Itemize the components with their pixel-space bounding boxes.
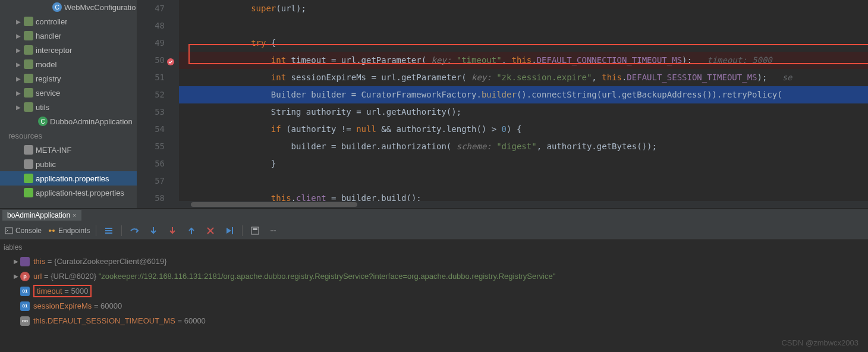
code-line[interactable]: int sessionExpireMs = url.getParameter( … <box>179 69 868 86</box>
line-number[interactable]: 58 <box>137 190 165 201</box>
tree-item[interactable]: public <box>0 157 137 171</box>
tree-item[interactable]: ▶service <box>0 86 137 100</box>
line-number[interactable]: 49 <box>137 34 165 52</box>
tree-item-label: interceptor <box>36 46 72 55</box>
step-over-icon[interactable] <box>128 224 141 237</box>
expand-arrow-icon[interactable]: ▶ <box>15 33 21 39</box>
code-line[interactable]: try { <box>179 34 868 52</box>
expand-arrow-icon[interactable]: ▶ <box>15 104 21 111</box>
expand-arrow-icon[interactable]: ▶ <box>15 76 21 82</box>
pkg-icon <box>24 45 33 55</box>
svg-rect-8 <box>251 227 259 234</box>
variable-row[interactable]: ▶this = {CuratorZookeeperClient@6019} <box>4 254 864 269</box>
expand-arrow-icon[interactable]: ▶ <box>15 47 21 54</box>
prop-icon <box>24 174 33 183</box>
scrollbar-thumb[interactable] <box>191 202 357 207</box>
variable-row[interactable]: 01timeout = 5000 <box>4 284 864 298</box>
tree-item[interactable]: application-test.properties <box>0 186 137 200</box>
line-number[interactable]: 51 <box>137 69 165 86</box>
code-line[interactable]: this.client = builder.build(); <box>179 190 868 201</box>
variables-pane[interactable]: iables ▶this = {CuratorZookeeperClient@6… <box>0 240 868 352</box>
expand-arrow-icon[interactable]: ▶ <box>12 258 20 265</box>
svg-point-2 <box>49 230 51 232</box>
code-line[interactable]: builder = builder.authorization( scheme:… <box>179 138 868 155</box>
code-line[interactable]: int timeout = url.getParameter( key: "ti… <box>179 52 868 69</box>
pkg-icon <box>24 102 33 112</box>
code-editor[interactable]: 474849505152535455565758 super(url); try… <box>137 0 868 208</box>
tree-item-label: META-INF <box>36 146 71 155</box>
project-tree[interactable]: CWebMvcConfiguratio▶controller▶handler▶i… <box>0 0 137 208</box>
code-line[interactable]: } <box>179 155 868 172</box>
line-number[interactable]: 54 <box>137 121 165 138</box>
line-number[interactable]: 48 <box>137 17 165 34</box>
tree-item-label: application-test.properties <box>36 188 124 197</box>
line-number[interactable]: 47 <box>137 0 165 17</box>
run-tab[interactable]: boAdminApplication × <box>2 210 81 221</box>
line-number[interactable]: 52 <box>137 86 165 103</box>
var-value: = 60000 <box>175 316 206 325</box>
tree-item[interactable]: ▶model <box>0 57 137 71</box>
drop-frame-icon[interactable] <box>204 224 217 237</box>
expand-arrow-icon[interactable]: ▶ <box>15 61 21 68</box>
tree-item[interactable]: ▶interceptor <box>0 43 137 57</box>
code-line[interactable]: Builder builder = CuratorFrameworkFactor… <box>179 86 868 103</box>
variable-row[interactable]: 01sessionExpireMs = 60000 <box>4 298 864 313</box>
close-icon[interactable]: × <box>73 212 76 219</box>
tree-item[interactable]: ▶controller <box>0 14 137 29</box>
variable-row[interactable]: oothis.DEFAULT_SESSION_TIMEOUT_MS = 6000… <box>4 313 864 328</box>
horizontal-scrollbar[interactable] <box>137 201 868 208</box>
trace-icon[interactable] <box>268 224 281 237</box>
expand-arrow-icon[interactable]: ▶ <box>12 273 20 279</box>
separator <box>121 225 122 236</box>
line-number[interactable]: 55 <box>137 138 165 155</box>
expand-arrow-icon[interactable]: ▶ <box>15 18 21 25</box>
svg-rect-10 <box>271 230 273 231</box>
line-number[interactable]: 57 <box>137 172 165 190</box>
variables-header: iables <box>4 242 864 254</box>
var-name: this <box>33 257 45 266</box>
tree-item[interactable]: ▶utils <box>0 100 137 114</box>
svg-rect-11 <box>273 230 276 231</box>
evaluate-icon[interactable] <box>249 224 262 237</box>
debug-run-tabs[interactable]: boAdminApplication × <box>0 209 868 222</box>
tree-item[interactable]: META-INF <box>0 143 137 157</box>
code-line[interactable]: String authority = url.getAuthority(); <box>179 103 868 121</box>
run-to-cursor-icon[interactable] <box>223 224 236 237</box>
pkg-icon <box>24 74 33 83</box>
tree-item-label: handler <box>36 32 61 40</box>
watermark: CSDN @zmbwcx2003 <box>781 338 858 347</box>
force-step-into-icon[interactable] <box>166 224 179 237</box>
tree-item[interactable]: ▶registry <box>0 71 137 86</box>
breakpoint-icon[interactable] <box>166 55 175 65</box>
svg-rect-5 <box>105 230 112 231</box>
code-line[interactable] <box>179 17 868 34</box>
tree-item[interactable]: ▶handler <box>0 29 137 43</box>
stack-icon[interactable] <box>102 224 115 237</box>
dir-icon <box>24 159 33 169</box>
endpoints-tab[interactable]: Endpoints <box>48 224 90 237</box>
tree-item[interactable]: CDubboAdminApplication <box>0 114 137 128</box>
code-line[interactable] <box>179 172 868 190</box>
tree-item-label: registry <box>36 74 61 83</box>
line-number[interactable]: 50 <box>137 52 165 69</box>
tree-item[interactable]: resources <box>0 128 137 143</box>
tree-item-label: application.properties <box>36 174 109 183</box>
expand-arrow-icon[interactable]: ▶ <box>15 90 21 96</box>
console-tab[interactable]: Console <box>5 224 42 237</box>
line-number[interactable]: 53 <box>137 103 165 121</box>
dir-icon <box>24 145 33 155</box>
variable-row[interactable]: ▶purl = {URL@6020} "zookeeper://192.168.… <box>4 269 864 284</box>
var-name: sessionExpireMs <box>33 301 92 310</box>
code-line[interactable]: if (authority != null && authority.lengt… <box>179 121 868 138</box>
gutter[interactable]: 474849505152535455565758 <box>137 0 179 201</box>
tree-item[interactable]: CWebMvcConfiguratio <box>0 0 137 14</box>
code-lines[interactable]: super(url); try { int timeout = url.getP… <box>179 0 868 201</box>
code-line[interactable]: super(url); <box>179 0 868 17</box>
svg-point-3 <box>52 230 55 232</box>
step-out-icon[interactable] <box>185 224 198 237</box>
step-into-icon[interactable] <box>147 224 160 237</box>
pkg-icon <box>24 59 33 69</box>
tree-item[interactable]: application.properties <box>0 171 137 186</box>
pkg-icon <box>24 88 33 98</box>
line-number[interactable]: 56 <box>137 155 165 172</box>
